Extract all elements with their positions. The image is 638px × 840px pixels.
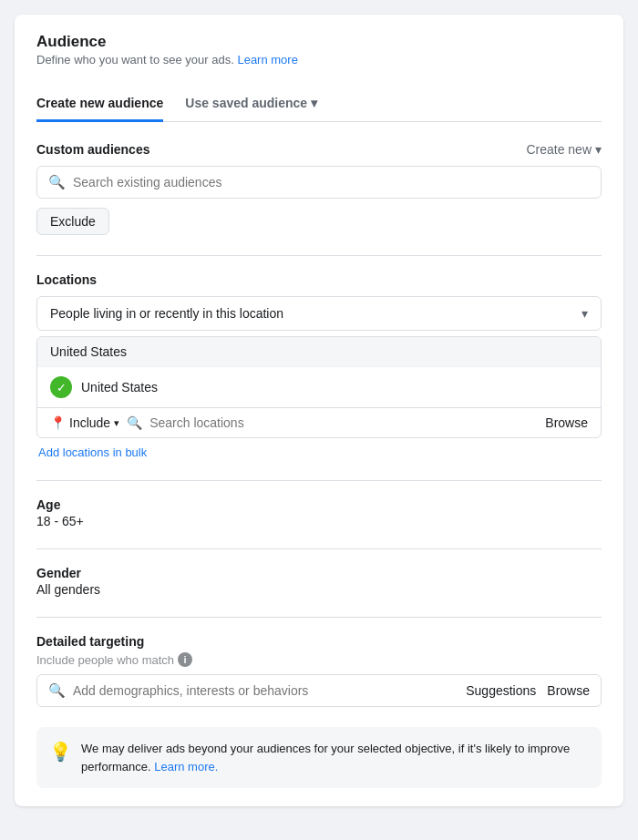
page-subtitle: Define who you want to see your ads. Lea… (36, 53, 602, 67)
create-new-arrow-icon: ▾ (595, 142, 602, 157)
gender-section: Gender All genders (36, 566, 602, 597)
gender-value: All genders (36, 582, 602, 597)
divider-2 (36, 480, 602, 481)
page-title: Audience (36, 33, 602, 51)
detailed-targeting-section: Detailed targeting Include people who ma… (36, 634, 602, 707)
locations-box: United States ✓ United States 📍 Include … (36, 336, 602, 438)
include-people-label: Include people who match (36, 653, 174, 667)
exclude-button[interactable]: Exclude (36, 208, 109, 235)
audience-header: Audience Define who you want to see your… (36, 33, 602, 67)
locations-region-header: United States (37, 337, 601, 366)
custom-audiences-section: Custom audiences Create new ▾ 🔍 Exclude (36, 142, 602, 235)
bulb-icon: 💡 (49, 741, 72, 763)
custom-audiences-label: Custom audiences (36, 142, 149, 157)
add-locations-bulk-link[interactable]: Add locations in bulk (38, 446, 147, 459)
audience-card: Audience Define who you want to see your… (15, 15, 623, 806)
location-search-icon: 🔍 (127, 415, 142, 430)
location-name: United States (81, 380, 158, 394)
notice-box: 💡 We may deliver ads beyond your audienc… (36, 727, 602, 788)
detailed-targeting-search-box: 🔍 Suggestions Browse (36, 674, 602, 707)
audience-tabs: Create new audience Use saved audience ▾ (36, 87, 602, 122)
location-item: ✓ United States (37, 366, 601, 407)
locations-section: Locations People living in or recently i… (36, 272, 602, 460)
suggestions-button[interactable]: Suggestions (466, 683, 536, 698)
include-dropdown-arrow-icon: ▾ (114, 417, 119, 429)
notice-learn-more-link[interactable]: Learn more. (154, 760, 218, 773)
divider-4 (36, 617, 602, 618)
age-section: Age 18 - 65+ (36, 497, 602, 528)
location-search-row: 📍 Include ▾ 🔍 Browse (37, 407, 601, 437)
suggestions-browse-group: Suggestions Browse (466, 683, 590, 698)
search-icon: 🔍 (48, 174, 66, 190)
tab-use-saved[interactable]: Use saved audience ▾ (185, 87, 317, 122)
info-icon[interactable]: i (178, 652, 192, 667)
detailed-browse-button[interactable]: Browse (547, 683, 590, 698)
tab-dropdown-arrow: ▾ (311, 96, 317, 110)
learn-more-link[interactable]: Learn more (237, 53, 297, 67)
subtitle-text: Define who you want to see your ads. (36, 53, 234, 67)
locations-dropdown[interactable]: People living in or recently in this loc… (36, 296, 602, 331)
include-button[interactable]: 📍 Include ▾ (50, 415, 119, 430)
custom-audiences-header: Custom audiences Create new ▾ (36, 142, 602, 157)
detailed-targeting-label: Detailed targeting (36, 634, 602, 649)
divider-1 (36, 255, 602, 256)
location-check-icon: ✓ (50, 376, 72, 398)
locations-label: Locations (36, 272, 602, 287)
include-people-row: Include people who match i (36, 652, 602, 667)
location-search-input[interactable] (149, 415, 538, 430)
divider-3 (36, 548, 602, 549)
tab-create-new[interactable]: Create new audience (36, 87, 163, 122)
notice-text: We may deliver ads beyond your audiences… (81, 740, 589, 775)
detailed-search-icon: 🔍 (48, 682, 66, 699)
create-new-button[interactable]: Create new ▾ (526, 142, 602, 157)
locations-dropdown-text: People living in or recently in this loc… (50, 306, 283, 321)
custom-audiences-search-box: 🔍 (36, 166, 602, 199)
locations-dropdown-arrow-icon: ▾ (581, 306, 588, 321)
locations-browse-button[interactable]: Browse (545, 415, 588, 430)
custom-audiences-search-input[interactable] (73, 175, 590, 190)
gender-label: Gender (36, 566, 602, 580)
detailed-targeting-search-input[interactable] (73, 683, 458, 698)
age-value: 18 - 65+ (36, 514, 602, 528)
location-pin-icon: 📍 (50, 415, 66, 430)
age-label: Age (36, 497, 602, 512)
